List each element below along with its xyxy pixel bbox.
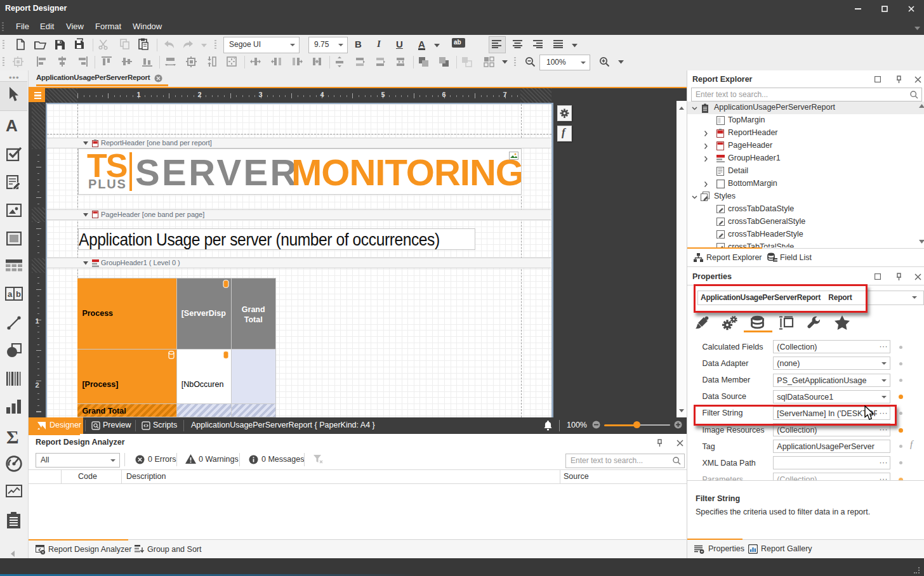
svg-text:a: a (8, 289, 13, 299)
svg-text:b: b (16, 289, 21, 299)
